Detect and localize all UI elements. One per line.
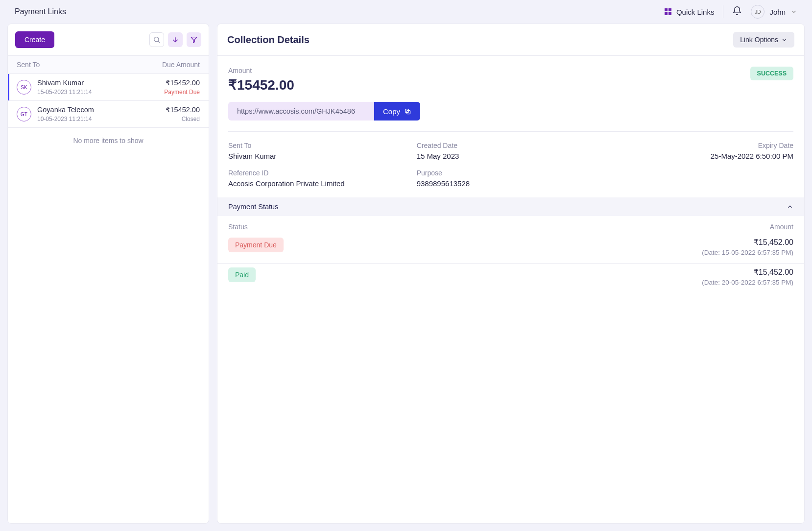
info-grid: Sent To Shivam Kumar Created Date 15 May… [217,132,804,197]
svg-point-0 [154,37,159,42]
list-item-amount: ₹15452.00 [164,79,200,87]
sort-button[interactable] [168,32,183,47]
status-pill: Payment Due [228,238,284,252]
page-title: Payment Links [15,7,66,16]
arrow-down-icon [171,36,179,44]
svg-marker-3 [191,37,197,43]
created-date-value: 15 May 2023 [417,152,605,160]
ps-date: (Date: 15-05-2022 6:57:35 PM) [702,249,793,256]
header-right: Quick Links JD John [665,5,797,19]
created-date-label: Created Date [417,142,605,149]
copy-label: Copy [383,107,400,116]
purpose-label: Purpose [417,169,605,177]
col-sent-to: Sent To [17,61,40,69]
payment-status-title: Payment Status [228,203,278,211]
quick-links-label: Quick Links [676,8,715,16]
filter-button[interactable] [187,32,201,47]
copy-button[interactable]: Copy [374,102,420,121]
header-divider [723,5,723,18]
chevron-down-icon [781,37,788,43]
list-item-status: Payment Due [164,89,200,96]
ps-date: (Date: 20-05-2022 6:57:35 PM) [702,279,793,286]
col-due-amount: Due Amount [162,61,200,69]
list-column-headers: Sent To Due Amount [8,56,209,74]
chevron-up-icon [787,203,793,210]
avatar: GT [17,107,31,121]
ps-col-status: Status [228,223,248,231]
list-item[interactable]: GTGoyanka Telecom10-05-2023 11:21:14₹154… [8,101,209,128]
avatar: SK [17,80,31,95]
search-button[interactable] [149,32,164,47]
user-name: John [769,8,786,16]
list-item-date: 15-05-2023 11:21:14 [37,89,92,96]
amount-value: ₹15452.00 [228,77,294,93]
user-menu[interactable]: JD John [751,5,797,19]
payment-link-row: https://www.accosis.com/GHJK45486 Copy [228,102,420,121]
search-icon [153,36,161,44]
grid-icon [665,8,671,15]
reference-id-value: Accosis Corporation Private Limited [228,179,417,188]
amount-block: Amount ₹15452.00 SUCCESS [217,56,804,93]
main-content: Create Sent To Due Amount SKShivam Kumar… [0,24,812,531]
status-success-badge: SUCCESS [750,67,793,80]
list-item[interactable]: SKShivam Kumar15-05-2023 11:21:14₹15452.… [8,74,209,101]
sent-to-value: Shivam Kumar [228,152,417,160]
details-header: Collection Details Link Options [217,24,804,56]
notifications-button[interactable] [732,6,742,18]
payment-link-list: SKShivam Kumar15-05-2023 11:21:14₹15452.… [8,74,209,128]
expiry-date-value: 25-May-2022 6:50:00 PM [605,152,793,160]
left-panel: Create Sent To Due Amount SKShivam Kumar… [7,24,209,524]
ps-amount: ₹15,452.00 [702,238,793,247]
payment-status-row: Payment Due₹15,452.00(Date: 15-05-2022 6… [217,234,804,264]
create-button[interactable]: Create [15,31,54,48]
payment-link-url[interactable]: https://www.accosis.com/GHJK45486 [228,102,374,121]
details-title: Collection Details [227,34,310,46]
right-panel: Collection Details Link Options Amount ₹… [217,24,805,524]
link-options-label: Link Options [740,36,778,44]
ps-amount: ₹15,452.00 [702,267,793,277]
copy-icon [404,108,411,115]
sent-to-label: Sent To [228,142,417,149]
svg-line-1 [158,41,160,43]
list-item-name: Goyanka Telecom [37,106,94,114]
top-header: Payment Links Quick Links JD John [0,0,812,24]
left-panel-toolbar: Create [8,24,209,56]
filter-icon [190,36,198,44]
ps-col-amount: Amount [770,223,793,231]
amount-label: Amount [228,67,294,74]
user-avatar: JD [751,5,764,19]
link-options-button[interactable]: Link Options [733,32,794,48]
purpose-value: 9389895613528 [417,179,605,188]
no-more-message: No more items to show [8,128,209,153]
list-item-name: Shivam Kumar [37,79,92,87]
toolbar-icons [149,32,201,47]
chevron-down-icon [790,8,797,15]
payment-status-row: Paid₹15,452.00(Date: 20-05-2022 6:57:35 … [217,264,804,293]
list-item-amount: ₹15452.00 [166,106,200,114]
bell-icon [732,6,742,16]
payment-status-columns: Status Amount [217,216,804,234]
list-item-status: Closed [166,116,200,122]
payment-status-header[interactable]: Payment Status [217,197,804,216]
expiry-date-label: Expiry Date [605,142,793,149]
quick-links-button[interactable]: Quick Links [665,8,715,16]
list-item-date: 10-05-2023 11:21:14 [37,116,94,122]
payment-status-rows: Payment Due₹15,452.00(Date: 15-05-2022 6… [217,234,804,293]
status-pill: Paid [228,267,256,282]
reference-id-label: Reference ID [228,169,417,177]
